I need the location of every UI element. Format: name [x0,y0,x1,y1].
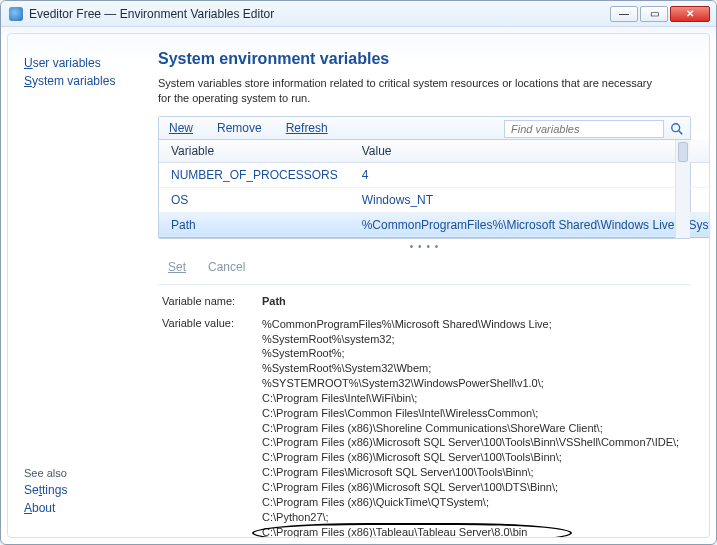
sidebar-item-user-variables[interactable]: User variables [24,56,140,70]
value-line: C:\Program Files (x86)\QuickTime\QTSyste… [262,495,679,510]
value-line: C:\Program Files\Intel\WiFi\bin\; [262,391,679,406]
value-line: %SystemRoot%\System32\Wbem; [262,361,679,376]
sidebar-item-system-variables[interactable]: System variables [24,74,140,88]
toolbar: New Remove Refresh [159,117,690,140]
variable-value-label: Variable value: [162,317,262,329]
body-area: User variables System variables See also… [7,33,710,538]
minimize-button[interactable]: — [610,6,638,22]
sidebar-item-about[interactable]: About [24,501,140,515]
set-button[interactable]: Set [168,260,186,274]
search-wrap [504,120,684,138]
value-line: C:\Program Files (x86)\Tableau\Tableau S… [262,525,679,538]
cell-value: 4 [350,162,709,187]
vertical-scrollbar[interactable] [675,140,690,238]
scrollbar-thumb[interactable] [678,142,688,162]
variable-name-label: Variable name: [162,295,262,307]
remove-button[interactable]: Remove [217,121,262,135]
main-panel: System environment variables System vari… [148,34,709,537]
svg-line-1 [679,130,683,134]
svg-point-0 [672,123,680,131]
nav-links: User variables System variables [24,52,140,92]
sidebar-item-settings[interactable]: Settings [24,483,140,497]
app-window: Eveditor Free — Environment Variables Ed… [0,0,717,545]
variable-name-value: Path [262,295,286,307]
value-line: %SystemRoot%\system32; [262,332,679,347]
new-button[interactable]: New [169,121,193,135]
sidebar: User variables System variables See also… [8,34,148,537]
value-line: C:\Program Files (x86)\Microsoft SQL Ser… [262,435,679,450]
value-line: C:\Program Files (x86)\Microsoft SQL Ser… [262,480,679,495]
value-line: %CommonProgramFiles%\Microsoft Shared\Wi… [262,317,679,332]
page-heading: System environment variables [158,50,691,68]
edit-actions: Set Cancel [158,254,691,285]
value-line: C:\Program Files (x86)\Shoreline Communi… [262,421,679,436]
maximize-button[interactable]: ▭ [640,6,668,22]
value-line: C:\Program Files\Microsoft SQL Server\10… [262,465,679,480]
search-icon[interactable] [670,122,684,136]
sidebar-bottom-links: See also Settings About [24,467,140,519]
col-header-value[interactable]: Value [350,140,709,163]
value-line: C:\Program Files\Common Files\Intel\Wire… [262,406,679,421]
col-header-variable[interactable]: Variable [159,140,350,163]
close-button[interactable]: ✕ [670,6,710,22]
window-title: Eveditor Free — Environment Variables Ed… [29,7,274,21]
splitter-handle[interactable]: • • • • [158,239,691,254]
titlebar: Eveditor Free — Environment Variables Ed… [1,1,716,27]
grid-wrap: Variable Value NUMBER_OF_PROCESSORS 4 OS [159,140,690,238]
cell-variable: Path [159,212,350,237]
see-also-label: See also [24,467,140,479]
value-line: %SystemRoot%; [262,346,679,361]
value-line: C:\Python27\; [262,510,679,525]
cancel-button[interactable]: Cancel [208,260,245,274]
table-row[interactable]: OS Windows_NT [159,187,709,212]
detail-panel: Variable name: Path Variable value: %Com… [158,285,691,537]
window-controls: — ▭ ✕ [610,6,710,22]
cell-value: Windows_NT [350,187,709,212]
table-row-selected[interactable]: Path %CommonProgramFiles%\Microsoft Shar… [159,212,709,237]
search-input[interactable] [504,120,664,138]
app-icon [9,7,23,21]
value-line: %SYSTEMROOT%\System32\WindowsPowerShell\… [262,376,679,391]
table-row[interactable]: NUMBER_OF_PROCESSORS 4 [159,162,709,187]
cell-variable: NUMBER_OF_PROCESSORS [159,162,350,187]
variables-table: Variable Value NUMBER_OF_PROCESSORS 4 OS [159,140,709,238]
page-description: System variables store information relat… [158,76,658,106]
cell-variable: OS [159,187,350,212]
refresh-button[interactable]: Refresh [286,121,328,135]
variable-value-lines: %CommonProgramFiles%\Microsoft Shared\Wi… [262,317,679,537]
cell-value: %CommonProgramFiles%\Microsoft Shared\Wi… [350,212,709,237]
value-line: C:\Program Files (x86)\Microsoft SQL Ser… [262,450,679,465]
variables-section: New Remove Refresh Variable [158,116,691,239]
